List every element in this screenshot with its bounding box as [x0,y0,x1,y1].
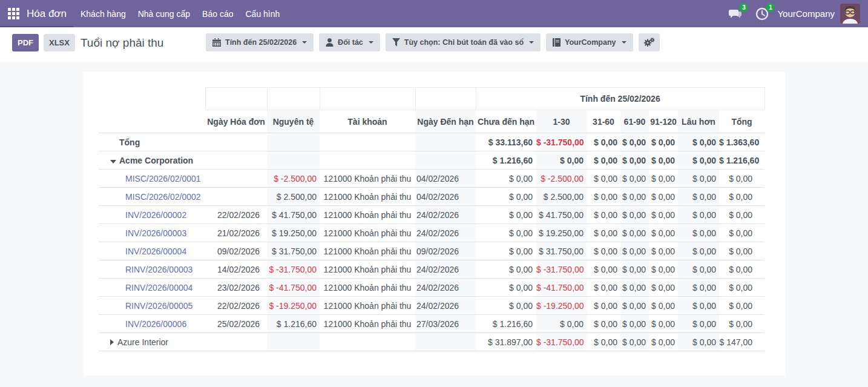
cell-account: 121000 Khoản phải thu [320,206,415,224]
cell-inv-date [205,333,267,351]
filters-bar: Tính đến 25/02/2026Đối tácTùy chọn: Chỉ … [206,33,660,51]
cell-inv-date [205,170,267,188]
user-menu[interactable]: YourCompany [777,8,835,19]
page-title: Tuổi nợ phải thu [81,36,163,50]
cell-account: 121000 Khoản phải thu [320,315,415,333]
partner-name: Azure Interior [117,337,168,347]
move-link[interactable]: INV/2026/00006 [125,319,186,329]
cell-currency: $ 41.750,00 [267,206,320,224]
cell-d91-120: $ 0,00 [649,224,678,242]
cell-older: $ 0,00 [678,333,719,351]
move-link[interactable]: RINV/2026/00003 [125,265,192,274]
cell-total: $ 0,00 [719,242,764,260]
cell-total: $ 0,00 [719,260,764,279]
move-link[interactable]: INV/2026/00003 [125,228,186,238]
cell-not-due: $ 0,00 [476,206,536,224]
cell-d1-30: $ -19.250,00 [536,297,587,315]
table-row-INV/2026/00004: INV/2026/0000409/02/2026$ 31.750,0012100… [99,242,764,260]
apps-menu-button[interactable] [0,1,27,27]
cell-due-date: 09/02/2026 [415,242,476,260]
cell-d31-60: $ 0,00 [587,151,620,170]
cell-due-date [415,333,476,351]
nav-item-3[interactable]: Báo cáo [202,9,233,19]
cell-d1-30: $ 31.750,00 [536,242,587,260]
navbar-systray: 3 1 YourCompany [728,4,868,24]
nav-item-4[interactable]: Cấu hình [245,9,280,19]
messages-badge: 3 [739,3,748,12]
nav-item-1[interactable]: Khách hàng [81,9,126,19]
nav-item-2[interactable]: Nhà cung cấp [138,9,190,19]
cell-d61-90: $ 0,00 [620,151,649,170]
pdf-button[interactable]: PDF [12,34,39,51]
journal-filter-button[interactable]: YourCompany [546,33,633,51]
cell-due-date: 24/02/2026 [415,260,476,279]
cell-currency: $ -2.500,00 [267,170,320,188]
cell-d61-90: $ 0,00 [620,242,649,260]
table-row-INV/2026/00002: INV/2026/0000222/02/2026$ 41.750,0012100… [99,206,764,224]
col-header-currency: Nguyên tệ [267,110,320,133]
cell-total: $ 0,00 [719,297,764,315]
cell-d31-60: $ 0,00 [587,297,620,315]
cell-d61-90: $ 0,00 [620,315,649,333]
move-link[interactable]: MISC/2026/02/0001 [125,174,201,184]
cell-due-date [415,133,476,151]
cell-d31-60: $ 0,00 [587,242,620,260]
cell-d91-120: $ 0,00 [649,206,678,224]
cell-total: $ 0,00 [719,188,764,206]
cell-total: $ 1.363,60 [719,133,764,151]
move-name-cell: MISC/2026/02/0001 [99,170,205,188]
cell-d1-30: $ -31.750,00 [536,260,587,279]
cell-due-date: 24/02/2026 [415,206,476,224]
col-header-d61-90: 61-90 [620,110,649,133]
cell-currency [267,133,320,151]
cell-d1-30: $ -2.500,00 [536,170,587,188]
cell-total: $ 147,00 [719,333,764,351]
cell-not-due: $ 0,00 [476,188,536,206]
table-row-INV/2026/00003: INV/2026/0000321/02/2026$ 19.250,0012100… [99,224,764,242]
move-link[interactable]: INV/2026/00004 [125,246,186,256]
date-filter-button[interactable]: Tính đến 25/02/2026 [206,33,314,51]
move-name-cell: RINV/2026/00003 [99,260,205,279]
cell-inv-date: 09/02/2026 [205,242,267,260]
cell-total: $ 0,00 [719,279,764,297]
activities-button[interactable]: 1 [755,7,769,21]
chevron-down-icon [529,41,534,44]
options-filter-button[interactable]: Tùy chọn: Chỉ bút toán đã vào sổ [386,33,541,51]
cell-inv-date [205,151,267,170]
nav-menu: Khách hàngNhà cung cấpBáo cáoCấu hình [81,9,280,19]
cell-d61-90: $ 0,00 [620,279,649,297]
cell-d91-120: $ 0,00 [649,242,678,260]
col-header-inv-date: Ngày Hóa đơn [205,110,267,133]
cell-d31-60: $ 0,00 [587,206,620,224]
avatar[interactable] [840,4,860,24]
caret-down-icon [110,160,116,164]
cell-due-date: 24/02/2026 [415,279,476,297]
move-link[interactable]: INV/2026/00002 [125,210,186,220]
cell-d1-30: $ -31.750,00 [536,133,587,151]
cell-currency: $ -19.250,00 [267,297,320,315]
cell-d91-120: $ 0,00 [649,297,678,315]
partner-group-toggle[interactable]: Azure Interior [99,333,205,351]
settings-button[interactable] [639,33,660,51]
header-row-boxes: Tính đến 25/02/2026 [99,88,764,110]
cell-d31-60: $ 0,00 [587,315,620,333]
xlsx-button[interactable]: XLSX [44,34,75,51]
partner-filter-button[interactable]: Đối tác [319,33,380,51]
filter-label: Tính đến 25/02/2026 [225,38,297,47]
messages-button[interactable]: 3 [728,7,743,21]
partner-group-toggle[interactable]: Acme Corporation [99,151,205,170]
cell-d1-30: $ 41.750,00 [536,206,587,224]
move-link[interactable]: RINV/2026/00004 [125,283,192,293]
cell-account [320,151,415,170]
cell-not-due: $ 0,00 [476,297,536,315]
calendar-icon [212,38,221,47]
app-name[interactable]: Hóa đơn [27,8,67,20]
caret-right-icon [110,339,114,345]
cell-not-due: $ 33.113,60 [476,133,536,151]
move-link[interactable]: RINV/2026/00005 [125,301,192,311]
move-link[interactable]: MISC/2026/02/0002 [125,192,201,202]
cell-older: $ 0,00 [678,151,719,170]
cell-due-date: 24/02/2026 [415,297,476,315]
move-name-cell: RINV/2026/00005 [99,297,205,315]
filter-label: Tùy chọn: Chỉ bút toán đã vào sổ [404,38,524,47]
